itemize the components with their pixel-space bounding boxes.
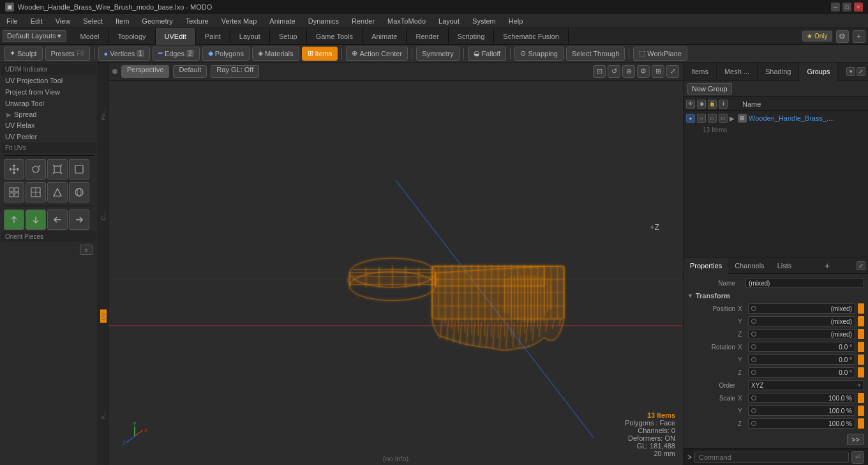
rotation-y-drag[interactable] [858, 354, 864, 365]
tab-setup[interactable]: Setup [270, 28, 307, 45]
window-controls[interactable]: ─ □ ✕ [831, 3, 863, 11]
position-x-input[interactable]: (mixed) [748, 303, 855, 314]
menu-help[interactable]: Help [502, 14, 530, 28]
select-through-button[interactable]: Select Through [566, 47, 625, 61]
menu-select[interactable]: Select [77, 14, 109, 28]
props-apply-button[interactable]: >> [847, 434, 864, 445]
position-y-drag[interactable] [858, 316, 864, 326]
perspective-button[interactable]: Perspective [121, 65, 169, 78]
camera-icon-btn[interactable]: ⊡ [593, 65, 606, 78]
group-row[interactable]: ● ○ □ □ ▶ ⊞ Wooden_Handle_Brass_.... [684, 111, 868, 125]
menu-vertex-map[interactable]: Vertex Map [215, 14, 264, 28]
uv-peeler-label[interactable]: UV Peeler [1, 131, 96, 142]
position-y-input[interactable]: (mixed) [748, 316, 855, 326]
props-tab-properties[interactable]: Properties [684, 257, 728, 274]
menu-texture[interactable]: Texture [179, 14, 215, 28]
position-z-input[interactable]: (mixed) [748, 329, 855, 339]
rotation-z-drag[interactable] [858, 367, 864, 377]
maximize-button[interactable]: □ [842, 3, 851, 11]
tab-gametools[interactable]: Game Tools [307, 28, 363, 45]
checker-icon-btn[interactable] [26, 182, 46, 202]
unwrap-tool-label[interactable]: Unwrap Tool [1, 98, 96, 109]
lock-icon[interactable]: 🔒 [708, 100, 717, 109]
sphere-icon-btn[interactable] [69, 182, 89, 202]
right-tab-shading[interactable]: Shading [758, 63, 799, 80]
menu-render[interactable]: Render [345, 14, 381, 28]
workplane-button[interactable]: ⬚ WorkPlane [633, 47, 687, 61]
star-only-button[interactable]: ★ Only [802, 31, 832, 42]
rotate-icon-btn[interactable] [26, 159, 46, 179]
position-z-drag[interactable] [858, 329, 864, 339]
tab-animate[interactable]: Animate [363, 28, 407, 45]
props-tab-lists[interactable]: Lists [771, 257, 798, 274]
align-down-icon-btn[interactable] [26, 210, 46, 230]
symmetry-button[interactable]: Symmetry [416, 47, 460, 61]
tab-schematic-fusion[interactable]: Schematic Fusion [494, 28, 568, 45]
polygons-button[interactable]: ◆ Polygons [202, 47, 250, 61]
items-button[interactable]: ⊞ Items [302, 47, 338, 61]
eye-icon[interactable]: 👁 [686, 100, 695, 109]
sculpt-button[interactable]: ✦ Sculpt [4, 47, 43, 61]
ray-gl-button[interactable]: Ray GL: Off [211, 65, 259, 78]
group-render-icon[interactable]: ○ [697, 114, 706, 123]
menu-dynamics[interactable]: Dynamics [302, 14, 345, 28]
move-icon-btn[interactable] [4, 159, 24, 179]
scale-x-drag[interactable] [858, 393, 864, 403]
right-tab-groups[interactable]: Groups [799, 63, 838, 80]
menu-layout[interactable]: Layout [432, 14, 466, 28]
name-prop-input[interactable]: (mixed) [745, 278, 864, 288]
right-tab-dropdown[interactable]: ▾ [846, 67, 855, 76]
expand-group-arrow[interactable]: ▶ [730, 115, 735, 122]
materials-button[interactable]: ◈ Materials [252, 47, 299, 61]
align-right-icon-btn[interactable] [69, 210, 89, 230]
tab-layout[interactable]: Layout [230, 28, 270, 45]
triangle-icon-btn[interactable] [47, 182, 68, 202]
falloff-button[interactable]: ◒ Falloff [468, 47, 507, 61]
group-eye-icon[interactable]: ● [686, 114, 695, 123]
props-expand-icon[interactable]: ⤢ [857, 261, 865, 270]
spread-row[interactable]: ▶ Spread [1, 109, 96, 119]
scale-z-input[interactable]: 100.0 % [748, 418, 855, 429]
right-tab-expand[interactable]: ⤢ [857, 67, 865, 76]
props-add-button[interactable]: + [819, 261, 835, 271]
edges-button[interactable]: ━ Edges 2 [153, 47, 200, 61]
menu-geometry[interactable]: Geometry [135, 14, 179, 28]
expand-left-panel-button[interactable]: » [80, 245, 93, 255]
viewport-canvas[interactable]: +Z 13 Items Polygons : Face Channels: 0 … [108, 80, 683, 465]
scale-icon-btn[interactable] [47, 159, 68, 179]
tab-uvedit[interactable]: UVEdit [156, 28, 196, 45]
action-center-button[interactable]: ⊕ Action Center [346, 47, 408, 61]
new-group-button[interactable]: New Group [687, 83, 732, 95]
align-left-icon-btn[interactable] [47, 210, 68, 230]
uv-relax-label[interactable]: UV Relax [1, 119, 96, 131]
transform-section-header[interactable]: ▼ Transform [684, 289, 868, 302]
navigation-gizmo[interactable]: X Y Z [119, 420, 151, 452]
rotation-z-input[interactable]: 0.0 ° [748, 367, 855, 377]
menu-system[interactable]: System [466, 14, 502, 28]
scale-x-input[interactable]: 100.0 % [748, 393, 855, 403]
tab-model[interactable]: Model [71, 28, 109, 45]
tab-scripting[interactable]: Scripting [449, 28, 495, 45]
minimize-button[interactable]: ─ [831, 3, 840, 11]
settings-icon-btn[interactable]: ⚙ [637, 65, 650, 78]
fullscreen-icon-btn[interactable]: ⤢ [666, 65, 679, 78]
snapping-button[interactable]: ⊙ Snapping [514, 47, 564, 61]
group-info-icon[interactable]: □ [719, 114, 728, 123]
position-x-drag[interactable] [858, 303, 864, 314]
tab-paint[interactable]: Paint [196, 28, 230, 45]
expand-icon-btn[interactable]: ⊞ [652, 65, 664, 78]
command-input[interactable] [694, 452, 849, 463]
scale-y-input[interactable]: 100.0 % [748, 406, 855, 416]
grid-icon-btn[interactable] [4, 182, 24, 202]
right-tab-items[interactable]: Items [684, 63, 717, 80]
default-shading-button[interactable]: Default [173, 65, 207, 78]
scale-y-drag[interactable] [858, 406, 864, 416]
menu-animate[interactable]: Animate [263, 14, 301, 28]
menu-maxtoModo[interactable]: MaxToModo [381, 14, 432, 28]
render-icon[interactable]: ◉ [697, 100, 706, 109]
rotation-x-drag[interactable] [858, 342, 864, 352]
presets-button[interactable]: Presets F6 [45, 47, 90, 61]
command-execute-button[interactable]: ⏎ [851, 451, 864, 464]
project-from-view-label[interactable]: Project from View [1, 86, 96, 98]
transform-icon-btn[interactable] [69, 159, 89, 179]
